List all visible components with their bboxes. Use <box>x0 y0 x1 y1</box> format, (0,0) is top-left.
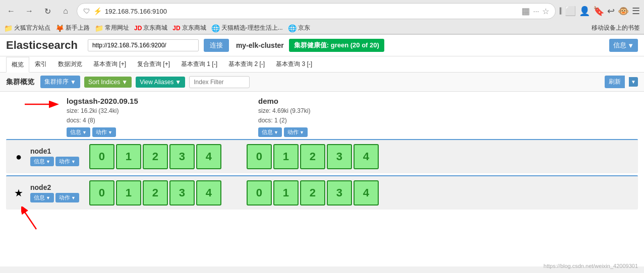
node1-shards: 0 1 2 3 4 0 1 2 3 4 <box>89 144 379 169</box>
shard-cell: 0 <box>89 180 114 206</box>
shard-cell: 3 <box>169 144 195 169</box>
bookmark-jd3[interactable]: 🌐 京东 <box>288 24 310 32</box>
tab-basic-query-add[interactable]: 基本查询 [+] <box>88 56 132 72</box>
index-size: size: 4.69ki (9.37ki) <box>258 106 399 116</box>
index-card-logstash: logstash-2020.09.15 size: 16.2ki (32.4ki… <box>67 97 208 137</box>
shard-cell: 2 <box>143 144 168 169</box>
index-docs: docs: 1 (2) <box>258 116 399 125</box>
shard-cell: 1 <box>116 144 141 169</box>
tab-compound-query[interactable]: 复合查询 [+] <box>132 56 175 72</box>
home-button[interactable]: ⌂ <box>58 4 73 18</box>
shard-cell: 2 <box>143 180 168 206</box>
sort-indices-button[interactable]: Sort Indices ▼ <box>84 77 132 88</box>
index-filter-input[interactable] <box>189 76 250 88</box>
cluster-sort-button[interactable]: 集群排序 ▼ <box>40 76 80 88</box>
node1-info: node1 信息 ▼ 动作 ▼ <box>30 147 79 166</box>
index-header-row: logstash-2020.09.15 size: 16.2ki (32.4ki… <box>6 97 638 137</box>
node1-info-button[interactable]: 信息 ▼ <box>30 157 54 166</box>
index-card-demo: demo size: 4.69ki (9.37ki) docs: 1 (2) 信… <box>258 97 399 137</box>
tab-icon[interactable]: ⬜ <box>565 6 576 17</box>
index-actions: 信息 ▼ 动作 ▼ <box>67 127 208 137</box>
bookmark-label: 火狐官方站点 <box>14 24 50 32</box>
shard-cell: 4 <box>354 144 379 169</box>
node1-action-button[interactable]: 动作 ▼ <box>55 157 79 166</box>
tab-data-browse[interactable]: 数据浏览 <box>52 56 88 72</box>
refresh-button[interactable]: 刷新 <box>605 76 625 88</box>
bookmark-common[interactable]: 📁 常用网址 <box>95 24 129 32</box>
node2-buttons: 信息 ▼ 动作 ▼ <box>30 193 79 202</box>
node2-shards: 0 1 2 3 4 0 1 2 3 4 <box>89 180 379 206</box>
bookmark-newbie[interactable]: 🦊 新手上路 <box>55 24 90 32</box>
browser-toolbar: ← → ↻ ⌂ 🛡 ⚡ 192.168.75.166:9100 ▦ ··· ☆ … <box>0 0 644 22</box>
node2-info-button[interactable]: 信息 ▼ <box>30 193 54 202</box>
app-header: Elasticsearch 连接 my-elk-cluster 集群健康值: g… <box>0 35 644 56</box>
bookmark-tmall[interactable]: 🌐 天猫精选-理想生活上... <box>211 24 283 32</box>
caret-down-icon: ▼ <box>122 79 128 86</box>
logstash-info-button[interactable]: 信息 ▼ <box>67 127 90 137</box>
refresh-button[interactable]: ↻ <box>40 4 54 18</box>
node2-shard-group-2: 0 1 2 3 4 <box>247 180 379 206</box>
tab-basic-query-2[interactable]: 基本查询 2 [-] <box>223 56 270 72</box>
shard-cell: 0 <box>89 144 114 169</box>
watermark: https://blog.csdn.net/weixin_42009301 <box>544 263 638 266</box>
info-button[interactable]: 信息 ▼ <box>609 39 638 52</box>
bookmarks-bar: 📁 火狐官方站点 🦊 新手上路 📁 常用网址 JD 京东商城 JD 京东商城 🌐… <box>0 22 644 34</box>
index-actions: 信息 ▼ 动作 ▼ <box>258 127 399 137</box>
bookmark-jd2[interactable]: JD 京东商城 <box>172 24 206 32</box>
demo-info-button[interactable]: 信息 ▼ <box>258 127 282 137</box>
caret-down-icon: ▼ <box>175 79 181 86</box>
account-icon[interactable]: 👤 <box>579 6 590 17</box>
bookmark-jd1[interactable]: JD 京东商城 <box>134 24 167 32</box>
node2-name: node2 <box>30 183 79 191</box>
tab-overview[interactable]: 概览 <box>6 57 29 73</box>
sidebar-icon[interactable]: 𝄃 <box>560 6 562 17</box>
node-row-1: ● node1 信息 ▼ 动作 ▼ 0 <box>6 139 638 173</box>
undo-icon[interactable]: ↩ <box>607 6 615 17</box>
forward-button[interactable]: → <box>22 4 36 18</box>
shard-cell: 3 <box>327 144 352 169</box>
jd-icon: JD <box>172 25 180 32</box>
cluster-name: my-elk-cluster <box>236 41 284 49</box>
tab-index[interactable]: 索引 <box>29 56 52 72</box>
bookmark-label: 常用网址 <box>105 24 129 32</box>
star-icon[interactable]: ☆ <box>542 7 549 16</box>
folder-icon: 📁 <box>4 24 13 32</box>
shard-cell: 2 <box>300 144 325 169</box>
address-text[interactable]: 192.168.75.166:9100 <box>105 8 518 15</box>
avatar-icon: 🐵 <box>618 6 629 17</box>
caret-down-icon: ▼ <box>46 195 50 200</box>
view-aliases-button[interactable]: View Aliases ▼ <box>136 77 185 88</box>
globe-icon: 🌐 <box>211 24 220 32</box>
connect-button[interactable]: 连接 <box>204 39 229 52</box>
caret-down-icon: ▼ <box>108 130 112 135</box>
logstash-action-button[interactable]: 动作 ▼ <box>92 127 116 137</box>
node1-shard-group-2: 0 1 2 3 4 <box>247 144 379 169</box>
node1-buttons: 信息 ▼ 动作 ▼ <box>30 157 79 166</box>
red-arrow-right-icon <box>22 97 63 112</box>
indices-header: logstash-2020.09.15 size: 16.2ki (32.4ki… <box>67 97 399 137</box>
bookmark-save-icon[interactable]: 🔖 <box>593 6 604 17</box>
demo-action-button[interactable]: 动作 ▼ <box>284 127 308 137</box>
bookmark-huhu[interactable]: 📁 火狐官方站点 <box>4 24 50 32</box>
fox-icon: 🦊 <box>55 24 64 32</box>
index-name: logstash-2020.09.15 <box>67 97 208 105</box>
folder-icon: 📁 <box>95 24 103 32</box>
shard-cell: 2 <box>300 180 325 206</box>
app-title: Elasticsearch <box>6 39 78 52</box>
info-label: 信息 <box>613 41 626 50</box>
browser-chrome: ← → ↻ ⌂ 🛡 ⚡ 192.168.75.166:9100 ▦ ··· ☆ … <box>0 0 644 35</box>
url-input[interactable] <box>88 39 199 51</box>
nodes-section: ● node1 信息 ▼ 动作 ▼ 0 <box>6 139 638 232</box>
tab-basic-query-1[interactable]: 基本查询 1 [-] <box>175 56 223 72</box>
refresh-dropdown-button[interactable]: ▼ <box>629 77 638 87</box>
shield-icon: 🛡 <box>83 7 90 15</box>
menu-icon[interactable]: ☰ <box>632 6 640 17</box>
back-button[interactable]: ← <box>4 4 18 18</box>
node2-action-button[interactable]: 动作 ▼ <box>55 193 79 202</box>
bookmark-label: 京东 <box>298 24 310 32</box>
nav-tabs: 概览 索引 数据浏览 基本查询 [+] 复合查询 [+] 基本查询 1 [-] … <box>0 56 644 73</box>
bookmark-mobile[interactable]: 移动设备上的书签 <box>592 24 640 32</box>
caret-down-icon: ▼ <box>300 130 304 135</box>
tab-basic-query-3[interactable]: 基本查询 3 [-] <box>270 56 318 72</box>
node2-info: node2 信息 ▼ 动作 ▼ <box>30 183 79 202</box>
